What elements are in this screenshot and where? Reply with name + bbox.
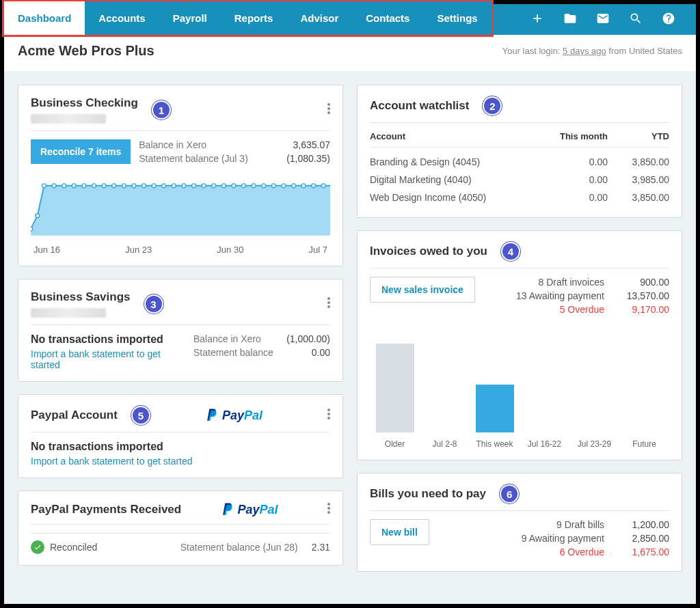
draft-label[interactable]: 9 Draft bills [556, 519, 604, 530]
login-info: Your last login: 5 days ago from United … [502, 46, 682, 56]
svg-point-40 [327, 503, 330, 506]
overdue-label[interactable]: 5 Overdue [560, 304, 604, 315]
card-menu-icon[interactable] [327, 297, 330, 311]
svg-point-7 [62, 184, 66, 188]
help-icon[interactable] [662, 12, 675, 28]
svg-point-36 [327, 305, 330, 308]
invoices-barchart [370, 337, 669, 432]
plus-icon[interactable] [530, 12, 544, 28]
tab-advisor[interactable]: Advisor [286, 1, 352, 35]
svg-point-32 [312, 184, 316, 188]
annotation-badge-1: 1 [152, 100, 171, 120]
card-title: Bills you need to pay [370, 487, 486, 501]
card-paypal-received: PayPal Payments Received PayPal Reconcil… [18, 490, 343, 566]
svg-point-22 [212, 184, 216, 188]
svg-point-10 [92, 184, 96, 188]
svg-point-12 [112, 184, 116, 188]
tab-payroll[interactable]: Payroll [159, 1, 221, 35]
balance-label: Balance in Xero [193, 333, 261, 344]
new-sales-invoice-button[interactable]: New sales invoice [370, 277, 475, 303]
card-menu-icon[interactable] [327, 103, 330, 117]
login-ago-link[interactable]: 5 days ago [563, 46, 606, 56]
svg-point-11 [102, 184, 106, 188]
card-menu-icon[interactable] [327, 409, 330, 422]
subheader: Acme Web Pros Plus Your last login: 5 da… [4, 35, 696, 71]
col-ytd: YTD [608, 131, 669, 141]
import-statement-link[interactable]: Import a bank statement to get started [31, 348, 185, 370]
svg-point-3 [31, 227, 33, 231]
col-account: Account [370, 131, 539, 141]
annotation-badge-2: 2 [483, 96, 502, 115]
svg-point-38 [327, 413, 330, 415]
svg-point-31 [301, 184, 306, 188]
svg-point-35 [327, 301, 330, 304]
svg-point-27 [262, 184, 266, 188]
svg-point-1 [327, 107, 330, 110]
folder-icon[interactable] [563, 12, 577, 28]
bar-older[interactable] [376, 344, 414, 432]
card-title: Business Savings [31, 290, 131, 304]
svg-point-37 [327, 409, 330, 411]
tab-settings[interactable]: Settings [423, 1, 491, 35]
card-title: Paypal Account [31, 409, 118, 422]
tab-contacts[interactable]: Contacts [352, 1, 423, 35]
card-title: Invoices owed to you [370, 245, 487, 258]
stmt-value: (1,080.35) [286, 153, 330, 164]
stmt-value: 0.00 [312, 347, 330, 358]
card-menu-icon[interactable] [327, 503, 330, 516]
bar-this-week[interactable] [476, 385, 514, 432]
overdue-label[interactable]: 6 Overdue [560, 547, 604, 557]
paypal-logo: PayPal [221, 502, 278, 517]
svg-point-30 [292, 184, 296, 188]
watchlist-header: Account This month YTD [370, 131, 669, 148]
check-icon [31, 540, 44, 554]
svg-point-21 [202, 184, 206, 188]
svg-point-41 [327, 507, 330, 510]
redacted-subtitle [31, 114, 106, 124]
new-bill-button[interactable]: New bill [370, 519, 429, 545]
import-statement-link[interactable]: Import a bank statement to get started [31, 456, 330, 467]
no-transactions-text: No transactions imported [31, 333, 185, 346]
svg-point-17 [162, 184, 166, 188]
svg-point-4 [36, 214, 40, 218]
tab-dashboard[interactable]: Dashboard [4, 1, 85, 35]
paypal-logo: PayPal [206, 408, 262, 423]
svg-point-13 [122, 184, 126, 188]
card-business-savings: Business Savings 3 No transactions impor… [18, 279, 343, 382]
stmt-label: Statement balance (Jul 3) [139, 153, 248, 164]
annotation-badge-3: 3 [144, 294, 163, 314]
card-title: PayPal Payments Received [31, 503, 181, 516]
no-transactions-text: No transactions imported [31, 441, 330, 453]
svg-point-9 [82, 184, 86, 188]
barchart-labels: Older Jul 2-8 This week Jul 16-22 Jul 23… [370, 439, 669, 449]
awaiting-val: 13,570.00 [618, 290, 669, 301]
svg-point-23 [221, 184, 226, 188]
svg-point-24 [232, 184, 236, 188]
tab-reports[interactable]: Reports [221, 1, 287, 35]
awaiting-label[interactable]: 9 Awaiting payment [522, 533, 604, 544]
awaiting-val: 2,850.00 [618, 533, 669, 544]
reconcile-button[interactable]: Reconcile 7 items [31, 139, 131, 164]
svg-point-18 [172, 184, 176, 188]
watchlist-row[interactable]: Digital Marketing (4040) 0.00 3,985.00 [370, 171, 669, 189]
awaiting-label[interactable]: 13 Awaiting payment [516, 290, 604, 301]
card-title: Account watchlist [370, 99, 469, 113]
svg-point-42 [327, 511, 330, 514]
annotation-badge-6: 6 [500, 484, 519, 503]
watchlist-row[interactable]: Branding & Design (4045) 0.00 3,850.00 [370, 153, 669, 171]
redacted-subtitle [31, 308, 106, 318]
tab-accounts[interactable]: Accounts [85, 1, 159, 35]
watchlist-row[interactable]: Web Design Income (4050) 0.00 3,850.00 [370, 189, 669, 206]
balance-label: Balance in Xero [139, 139, 206, 150]
mail-icon[interactable] [596, 12, 610, 28]
login-prefix: Your last login: [502, 46, 563, 56]
draft-val: 900.00 [618, 277, 669, 288]
svg-point-20 [192, 184, 196, 188]
nav-tabs: Dashboard Accounts Payroll Reports Advis… [4, 1, 492, 35]
overdue-val: 1,675.00 [618, 547, 669, 557]
topbar: Dashboard Accounts Payroll Reports Advis… [4, 4, 696, 35]
draft-label[interactable]: 8 Draft invoices [539, 277, 604, 288]
svg-point-2 [327, 111, 330, 114]
sparkline-dates: Jun 16 Jun 23 Jun 30 Jul 7 [31, 245, 330, 255]
search-icon[interactable] [629, 12, 643, 28]
